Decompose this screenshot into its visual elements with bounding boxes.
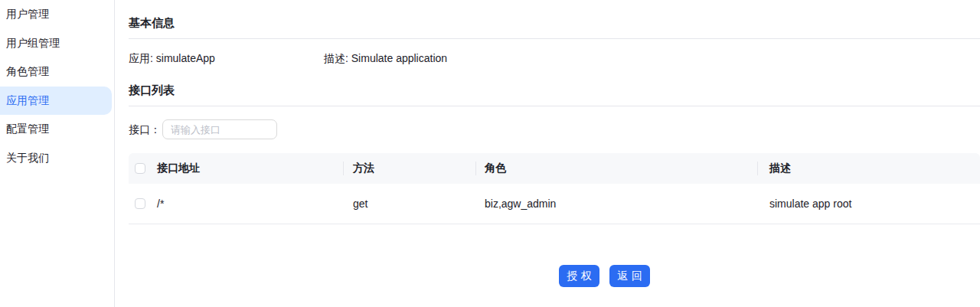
sidebar-item-about-us[interactable]: 关于我们 [0, 144, 112, 172]
app-description-label: 描述: [324, 52, 348, 64]
app-window: 用户管理 用户组管理 角色管理 应用管理 配置管理 关于我们 基本信息 应用: … [0, 0, 980, 307]
cell-description: simulate app root [758, 198, 980, 210]
basic-info-title: 基本信息 [129, 17, 980, 29]
app-description-field: 描述: Simulate application [324, 52, 447, 64]
sidebar-item-role-management[interactable]: 角色管理 [0, 58, 112, 87]
divider [129, 38, 980, 39]
interface-filter-label: 接口： [129, 119, 161, 139]
cell-address: /* [157, 198, 344, 210]
table-row-checkbox-cell [129, 198, 157, 209]
divider [129, 106, 980, 106]
table-row: /* get biz,agw_admin simulate app root [129, 184, 980, 224]
interface-filter-row: 接口： [129, 119, 980, 139]
back-button[interactable]: 返回 [609, 265, 650, 287]
cell-role: biz,agw_admin [476, 198, 758, 210]
table-header-role: 角色 [476, 162, 758, 175]
table-header-method: 方法 [344, 162, 476, 175]
table-header-address: 接口地址 [157, 162, 344, 175]
table-header-checkbox-cell [129, 163, 157, 174]
basic-info-fields: 应用: simulateApp 描述: Simulate application [129, 52, 980, 64]
app-name-field: 应用: simulateApp [129, 52, 324, 64]
sidebar: 用户管理 用户组管理 角色管理 应用管理 配置管理 关于我们 [0, 0, 115, 307]
footer-actions: 授权 返回 [559, 265, 980, 287]
authorize-button[interactable]: 授权 [559, 265, 599, 287]
interface-search-input[interactable] [162, 119, 277, 139]
sidebar-item-app-management[interactable]: 应用管理 [0, 87, 112, 115]
main-content: 基本信息 应用: simulateApp 描述: Simulate applic… [115, 0, 980, 307]
back-button-label: 返回 [617, 269, 646, 283]
app-name-label: 应用: [129, 52, 153, 64]
row-checkbox[interactable] [135, 198, 145, 209]
sidebar-item-config-management[interactable]: 配置管理 [0, 116, 112, 144]
authorize-button-label: 授权 [567, 269, 596, 283]
cell-method: get [344, 198, 476, 210]
select-all-checkbox[interactable] [135, 163, 145, 174]
sidebar-item-user-group-management[interactable]: 用户组管理 [0, 29, 112, 57]
sidebar-item-user-management[interactable]: 用户管理 [0, 1, 112, 29]
interface-list-title: 接口列表 [129, 84, 980, 96]
app-description-value: Simulate application [351, 52, 447, 64]
table-header-row: 接口地址 方法 角色 描述 [129, 153, 980, 184]
table-header-description: 描述 [758, 162, 980, 175]
interface-table: 接口地址 方法 角色 描述 /* get biz,agw_admin simul… [129, 153, 980, 224]
app-name-value: simulateApp [156, 52, 215, 64]
